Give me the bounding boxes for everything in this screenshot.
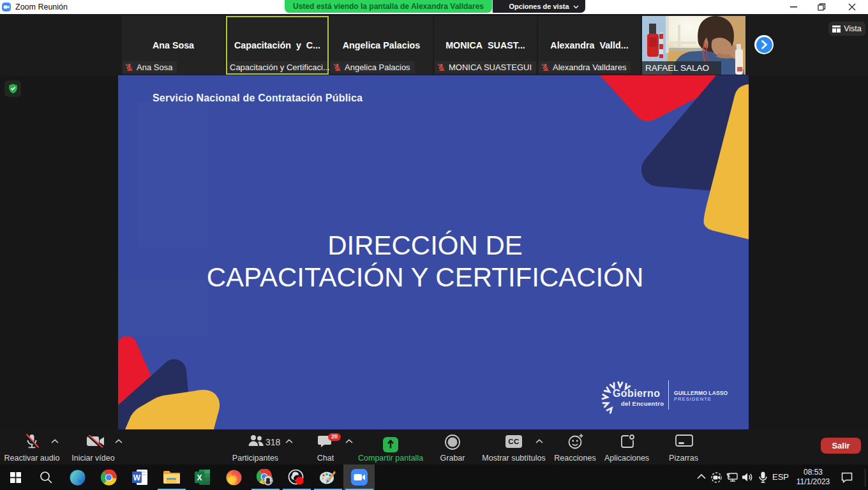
svg-text:X: X	[197, 473, 202, 482]
svg-text:RAFAEL SALAO: RAFAEL SALAO	[645, 63, 709, 73]
svg-text:W: W	[133, 473, 140, 482]
